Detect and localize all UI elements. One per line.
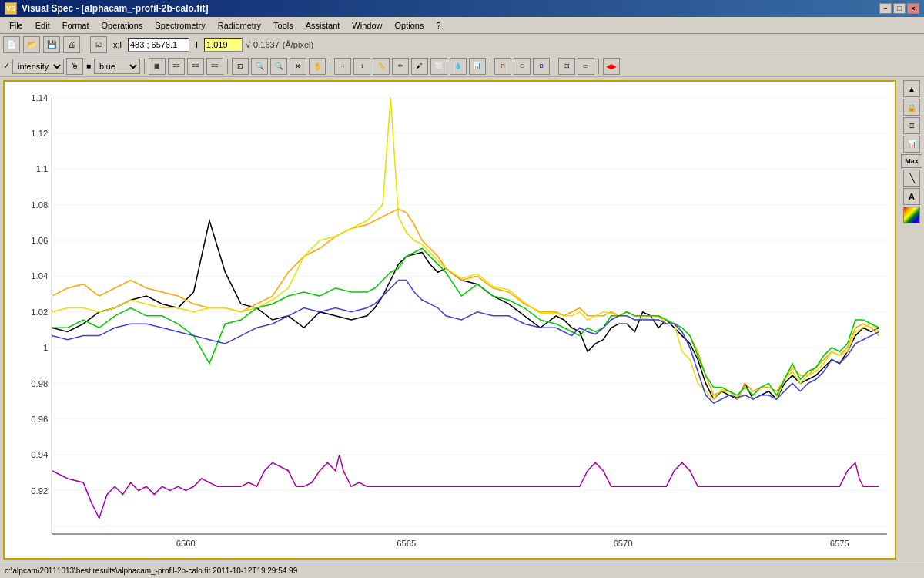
svg-text:0.92: 0.92 [31, 486, 48, 496]
intensity-dropdown[interactable]: intensity [12, 59, 64, 74]
svg-text:6560: 6560 [176, 539, 196, 548]
menubar-item-radiometry[interactable]: Radiometry [212, 19, 267, 32]
separator3 [227, 59, 228, 74]
coord-label: x;l [110, 40, 125, 49]
open-button[interactable]: 📂 [23, 36, 40, 53]
color-indicator: ■ [86, 62, 91, 70]
frame[interactable]: ▭ [578, 58, 594, 75]
extra-tool[interactable]: ◀▶ [603, 58, 620, 75]
maximize-button[interactable]: □ [893, 3, 906, 14]
chart-container[interactable]: 1.14 1.12 1.1 1.08 1.06 1.04 1.02 1 0.98… [3, 80, 896, 560]
separator7 [598, 59, 599, 74]
menubar-item-assistant[interactable]: Assistant [300, 19, 346, 32]
measure2[interactable]: ↕ [353, 58, 370, 75]
menubar-item-spectrometry[interactable]: Spectrometry [149, 19, 211, 32]
svg-text:1.1: 1.1 [36, 164, 49, 173]
svg-text:0.94: 0.94 [31, 450, 48, 459]
lock-button[interactable]: 🔒 [903, 99, 920, 116]
titlebar-buttons: − □ × [879, 3, 919, 14]
max-button[interactable]: Max [901, 154, 922, 168]
color-dropdown[interactable]: blue red green [94, 59, 140, 74]
check-intensity[interactable]: ✓ [3, 61, 10, 71]
tool4[interactable]: ≡≡ [206, 58, 223, 75]
svg-text:1: 1 [43, 343, 48, 352]
channel-r[interactable]: R [494, 58, 511, 75]
menubar-item-options[interactable]: Options [388, 19, 430, 32]
menubar-item-?[interactable]: ? [430, 19, 447, 32]
equal-button[interactable]: ≡ [903, 117, 920, 134]
separator1 [85, 37, 85, 52]
zoom-fit[interactable]: ⊡ [232, 58, 249, 75]
edit-tool[interactable]: ✏ [392, 58, 409, 75]
svg-text:1.08: 1.08 [31, 200, 48, 210]
chart-svg: 1.14 1.12 1.1 1.08 1.06 1.04 1.02 1 0.98… [5, 82, 895, 558]
grid[interactable]: ⊞ [558, 58, 575, 75]
cursor-tool[interactable]: 🖱 [66, 58, 83, 75]
main-area: 1.14 1.12 1.1 1.08 1.06 1.04 1.02 1 0.98… [0, 77, 924, 563]
close-button[interactable]: × [907, 3, 919, 14]
tool2[interactable]: ≡≡ [168, 58, 185, 75]
save-button[interactable]: 💾 [43, 36, 60, 53]
menubar-item-edit[interactable]: Edit [29, 19, 56, 32]
menubar-item-format[interactable]: Format [56, 19, 95, 32]
menubar-item-window[interactable]: Window [346, 19, 388, 32]
svg-text:1.06: 1.06 [31, 236, 48, 245]
measure1[interactable]: ↔ [334, 58, 351, 75]
tool1[interactable]: ▦ [149, 58, 166, 75]
zoom-out[interactable]: 🔍 [270, 58, 287, 75]
toolbar2: ✓ intensity 🖱 ■ blue red green ▦ ≡≡ ≡≡ ≡… [0, 55, 924, 77]
statusbar: c:\alpcam\20111013\best results\alphacam… [0, 563, 924, 578]
scale-value: 0.1637 [253, 40, 280, 49]
scroll-up-button[interactable]: ▲ [903, 80, 920, 97]
svg-text:1.04: 1.04 [31, 271, 48, 281]
ruler[interactable]: 📏 [373, 58, 390, 75]
channel-b[interactable]: B [533, 58, 550, 75]
checkbox[interactable]: ☑ [90, 36, 107, 53]
scale-sqrt: √ [246, 40, 250, 49]
scale-unit: (Å/pixel) [283, 40, 313, 49]
print-button[interactable]: 🖨 [63, 36, 80, 53]
status-text: c:\alpcam\20111013\best results\alphacam… [5, 566, 297, 575]
coord-input[interactable]: 483 ; 6576.1 [128, 38, 189, 52]
titlebar-title: Visual Spec - [alphacam_-profil-2b-calo.… [22, 3, 209, 14]
toolbar1: 📄 📂 💾 🖨 ☑ x;l 483 ; 6576.1 I √ 0.1637 (Å… [0, 34, 924, 55]
hand-tool[interactable]: ✋ [309, 58, 326, 75]
menubar-item-operations[interactable]: Operations [95, 19, 149, 32]
text-button[interactable]: A [903, 188, 920, 205]
menubar: FileEditFormatOperationsSpectrometryRadi… [0, 17, 924, 34]
separator5 [490, 59, 490, 74]
chart-button[interactable]: 📊 [903, 136, 920, 153]
menubar-item-file[interactable]: File [3, 19, 29, 32]
erase[interactable]: ⬜ [430, 58, 447, 75]
diagonal-button[interactable]: ╲ [903, 170, 920, 187]
paint[interactable]: 🖌 [411, 58, 428, 75]
right-panel: ▲ 🔒 ≡ 📊 Max ╲ A [899, 77, 924, 563]
tool3[interactable]: ≡≡ [187, 58, 204, 75]
svg-text:0.96: 0.96 [31, 415, 48, 424]
intensity-label: I [192, 40, 201, 49]
svg-text:6565: 6565 [397, 539, 416, 548]
intensity-input[interactable] [204, 38, 243, 52]
channel-g[interactable]: G [514, 58, 531, 75]
zoom-in[interactable]: 🔍 [251, 58, 268, 75]
separator6 [554, 59, 554, 74]
titlebar: VS Visual Spec - [alphacam_-profil-2b-ca… [0, 0, 924, 17]
separator4 [330, 59, 330, 74]
stats[interactable]: 📊 [469, 58, 486, 75]
svg-text:1.12: 1.12 [31, 129, 48, 138]
minimize-button[interactable]: − [879, 3, 892, 14]
color-spectrum-button[interactable] [903, 207, 920, 223]
crosshair[interactable]: ✕ [290, 58, 306, 75]
colorpick[interactable]: 💧 [450, 58, 467, 75]
titlebar-left: VS Visual Spec - [alphacam_-profil-2b-ca… [5, 2, 209, 15]
svg-text:1.14: 1.14 [31, 93, 48, 102]
svg-text:6575: 6575 [830, 539, 849, 548]
svg-text:6570: 6570 [614, 539, 633, 548]
new-button[interactable]: 📄 [3, 36, 20, 53]
separator2 [144, 59, 145, 74]
svg-text:0.98: 0.98 [31, 378, 48, 388]
app-icon: VS [5, 2, 17, 15]
svg-text:1.02: 1.02 [31, 307, 48, 317]
menubar-item-tools[interactable]: Tools [267, 19, 300, 32]
